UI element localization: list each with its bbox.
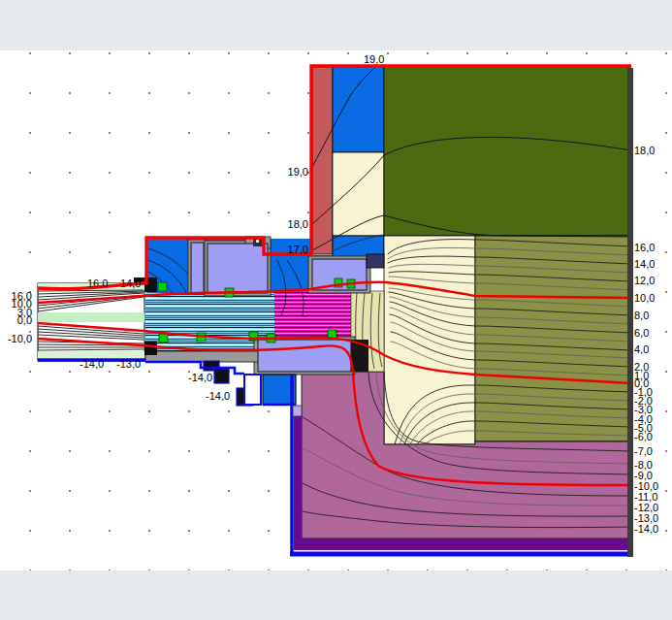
right-scale-label: 10,0	[634, 293, 655, 304]
isotherm-label-top: 19,0	[364, 54, 384, 65]
mortar-block	[293, 406, 302, 416]
lintel-cream	[333, 152, 384, 236]
right-scale-label: 14,0	[634, 259, 655, 270]
isotherm-label-midleft: 19,0	[270, 167, 308, 178]
right-scale-label: 4,0	[634, 344, 649, 355]
isotherm-label-midleft: 17,0	[270, 245, 308, 255]
application-canvas[interactable]: 19,0 19,0 18,0 17,0 16,0 14,0 -14,0 -13,…	[0, 0, 672, 620]
right-scale-label: -14,0	[634, 524, 658, 535]
right-scale-label: 16,0	[634, 243, 655, 253]
plaster-layer	[312, 66, 333, 254]
lintel-blue-upper	[333, 66, 384, 152]
right-scale-label: 12,0	[634, 276, 655, 286]
frame-bottom-label: -14,0	[188, 373, 212, 383]
left-scale-label: -10,0	[0, 334, 32, 344]
left-scale-label: 0,0	[0, 315, 32, 326]
glazing-unit	[38, 283, 144, 361]
air-gap-block	[244, 375, 261, 405]
insulation-olive	[384, 66, 630, 236]
chamber	[191, 243, 204, 293]
right-scale-label: 6,0	[634, 328, 649, 339]
isotherm-label-midleft: 18,0	[270, 219, 308, 230]
frame-bottom-label: -14,0	[206, 391, 230, 402]
isotherm-label-glazing-bottom: -13,0	[116, 359, 141, 370]
right-scale-label: -7,0	[634, 446, 653, 457]
isotherm-label-glazing-bottom: -14,0	[80, 359, 104, 370]
right-scale-label: 8,0	[634, 310, 649, 321]
chamber	[208, 244, 268, 293]
drip-edge	[214, 369, 229, 383]
frame-bottom-shell	[145, 351, 260, 362]
sill-chamber	[258, 340, 351, 372]
glazing-mid-band	[38, 312, 144, 322]
right-scale-label: 18,0	[634, 146, 655, 156]
right-scale-label: -6,0	[634, 432, 653, 442]
isotherm-drawing	[0, 0, 672, 620]
thermal-break	[367, 254, 384, 268]
isotherm-label-glazing-top: 16,0	[87, 278, 108, 289]
isotherm-label-glazing-top: 14,0	[120, 278, 141, 289]
